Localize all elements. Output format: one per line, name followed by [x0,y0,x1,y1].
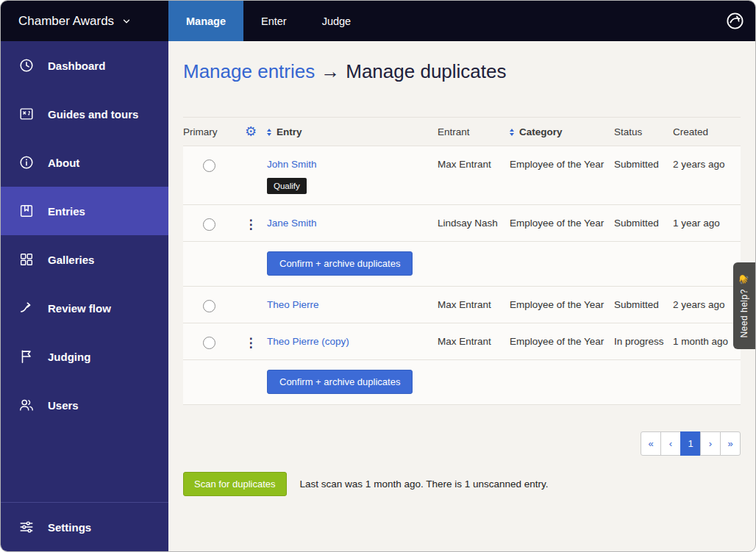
entrant-cell: Max Entrant [438,287,510,323]
table-row: ⋮ Theo Pierre (copy) Max Entrant Employe… [183,323,741,360]
need-help-tab[interactable]: Need help? 👋 [733,262,755,349]
need-help-label: Need help? [739,289,749,337]
brand-title: Chamber Awards [18,14,114,29]
table-header-row: Primary ⚙ Entry Entrant Category Status … [183,118,741,146]
page-title: Manage entries→Manage duplicates [183,60,741,83]
pagination-next[interactable]: › [700,431,721,456]
status-cell: Submitted [614,146,673,204]
sidebar-item-label: Entries [48,205,85,218]
sort-icon [510,129,514,136]
sidebar-item-about[interactable]: About [1,138,168,187]
pagination-last[interactable]: » [720,431,741,456]
sliders-icon [18,519,35,535]
scan-row: Scan for duplicates Last scan was 1 mont… [183,472,741,496]
sidebar-item-review-flow[interactable]: Review flow [1,284,168,332]
duplicates-table: Primary ⚙ Entry Entrant Category Status … [183,117,741,405]
sidebar-item-label: Users [48,399,79,412]
pagination-first[interactable]: « [641,431,661,456]
row-menu-icon[interactable]: ⋮ [245,218,257,231]
column-header-created: Created [673,118,741,146]
created-cell: 1 month ago [673,323,741,359]
app-window: Chamber Awards Manage Enter Judge Dashbo… [0,0,756,552]
sidebar-item-guides[interactable]: Guides and tours [1,90,168,138]
column-header-entrant: Entrant [438,118,510,146]
sidebar-item-label: Dashboard [48,60,105,72]
entrant-cell: Max Entrant [438,146,510,204]
scan-status-text: Last scan was 1 month ago. There is 1 un… [300,478,549,490]
sidebar-item-settings[interactable]: Settings [1,503,168,551]
grid-icon [18,251,35,268]
wave-emoji-icon: 👋 [739,273,749,284]
sidebar-item-label: Galleries [48,254,94,266]
primary-radio[interactable] [203,159,215,172]
sidebar-item-judging[interactable]: Judging [1,332,168,381]
table-settings-gear-icon[interactable]: ⚙ [245,125,257,138]
primary-radio[interactable] [203,300,215,312]
main-content: Manage entries→Manage duplicates Primary… [168,41,755,551]
tab-enter[interactable]: Enter [243,1,304,41]
confirm-archive-button[interactable]: Confirm + archive duplicates [267,370,413,394]
entrant-cell: Lindsay Nash [438,205,510,241]
sidebar-item-label: Review flow [48,302,111,315]
sidebar-item-label: About [48,157,79,169]
group-action-row: Confirm + archive duplicates [183,360,741,405]
sidebar-item-label: Settings [48,521,91,534]
entrant-cell: Max Entrant [438,323,510,359]
chevron-down-icon [121,16,132,26]
platform-logo-icon[interactable] [725,11,745,31]
status-cell: Submitted [614,287,673,323]
category-cell: Employee of the Year [510,323,614,359]
column-header-entry[interactable]: Entry [267,118,438,146]
topbar: Chamber Awards Manage Enter Judge [1,1,755,41]
entry-link[interactable]: John Smith [267,159,317,170]
entries-award-icon [18,203,35,219]
entry-link[interactable]: Theo Pierre (copy) [267,336,349,347]
created-cell: 2 years ago [673,287,741,323]
table-row: Theo Pierre Max Entrant Employee of the … [183,287,741,323]
group-action-row: Confirm + archive duplicates [183,242,741,287]
qualify-badge: Qualify [267,178,307,194]
flag-icon [18,348,35,365]
column-header-category[interactable]: Category [510,118,614,146]
category-cell: Employee of the Year [510,287,614,323]
status-cell: Submitted [614,205,673,241]
column-header-primary: Primary [183,118,235,146]
breadcrumb-current: Manage duplicates [346,60,506,82]
sort-icon [267,129,271,136]
confirm-archive-button[interactable]: Confirm + archive duplicates [267,251,413,276]
breadcrumb-manage-entries-link[interactable]: Manage entries [183,60,315,82]
info-icon [18,154,35,171]
pagination-page-1[interactable]: 1 [680,431,701,456]
created-cell: 1 year ago [673,205,741,241]
sidebar-item-users[interactable]: Users [1,381,168,429]
table-row: John Smith Qualify Max Entrant Employee … [183,146,741,205]
row-menu-icon[interactable]: ⋮ [245,337,257,349]
created-cell: 2 years ago [673,146,741,204]
sidebar-item-entries[interactable]: Entries [1,187,168,235]
sidebar-item-dashboard[interactable]: Dashboard [1,41,168,90]
users-icon [18,397,35,413]
pagination: « ‹ 1 › » [183,431,741,456]
entry-link[interactable]: Jane Smith [267,218,317,229]
category-cell: Employee of the Year [510,205,614,241]
primary-radio[interactable] [203,218,215,231]
entry-link[interactable]: Theo Pierre [267,299,319,310]
sidebar-item-galleries[interactable]: Galleries [1,235,168,284]
tab-manage[interactable]: Manage [168,1,243,41]
brand-menu[interactable]: Chamber Awards [1,1,168,41]
sidebar: Dashboard Guides and tours About [1,41,168,551]
column-header-status: Status [614,118,673,146]
primary-radio[interactable] [203,337,215,349]
map-icon [18,106,35,122]
sidebar-item-label: Judging [48,351,90,363]
scan-for-duplicates-button[interactable]: Scan for duplicates [183,472,287,496]
table-row: ⋮ Jane Smith Lindsay Nash Employee of th… [183,205,741,242]
status-cell: In progress [614,323,673,359]
tab-judge[interactable]: Judge [304,1,369,41]
category-cell: Employee of the Year [510,146,614,204]
top-nav: Manage Enter Judge [168,1,368,41]
breadcrumb-arrow: → [321,60,340,82]
pagination-prev[interactable]: ‹ [660,431,681,456]
sidebar-item-label: Guides and tours [48,108,138,121]
flow-arrow-icon [18,300,35,316]
